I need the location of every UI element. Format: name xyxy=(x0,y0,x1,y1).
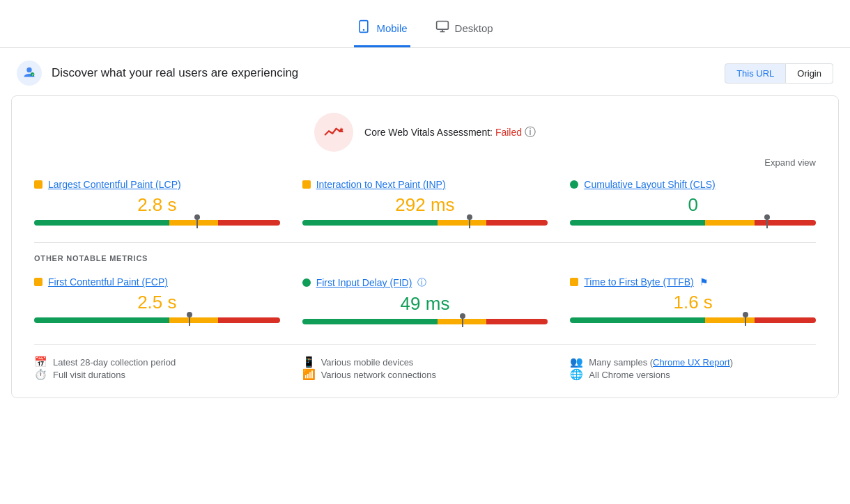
footer-text: Latest 28-day collection period xyxy=(53,357,176,368)
cls-marker xyxy=(766,217,768,228)
fcp-bar xyxy=(34,317,280,323)
lcp-bar xyxy=(34,220,280,226)
this-url-button[interactable]: This URL xyxy=(725,63,786,84)
footer-col-2: 📱Various mobile devices📶Various network … xyxy=(302,356,548,381)
lcp-marker xyxy=(196,217,198,228)
other-metrics-grid: First Contentful Paint (FCP) 2.5 s First… xyxy=(34,276,816,324)
assessment-text: Core Web Vitals Assessment: Failed ⓘ xyxy=(364,125,536,140)
footer-col-1: 📅Latest 28-day collection period⏱️Full v… xyxy=(34,356,280,381)
assessment-title: Core Web Vitals Assessment: xyxy=(364,127,493,138)
footer-icon: 🌐 xyxy=(570,368,583,381)
footer-icon: 👥 xyxy=(570,356,583,368)
footer-item: 📱Various mobile devices xyxy=(302,356,548,368)
fid-bar xyxy=(302,319,548,324)
ttfb-marker xyxy=(745,315,746,326)
fid-marker xyxy=(462,316,463,327)
desktop-icon xyxy=(435,19,449,37)
metric-fcp: First Contentful Paint (FCP) 2.5 s xyxy=(34,276,280,324)
ttfb-value: 1.6 s xyxy=(570,292,816,313)
footer-item: 🌐All Chrome versions xyxy=(570,368,816,381)
footer-icon: 📱 xyxy=(302,356,316,368)
mobile-icon xyxy=(357,19,371,37)
fid-value: 49 ms xyxy=(302,293,548,315)
inp-marker xyxy=(469,217,470,228)
footer-info: 📅Latest 28-day collection period⏱️Full v… xyxy=(34,344,816,381)
footer-text: Many samples (Chrome UX Report) xyxy=(589,357,733,368)
footer-text: All Chrome versions xyxy=(589,370,670,380)
fcp-marker xyxy=(189,315,190,326)
ttfb-dot xyxy=(570,278,578,286)
tab-desktop-label: Desktop xyxy=(455,22,493,34)
fid-name[interactable]: First Input Delay (FID) xyxy=(316,277,412,288)
help-icon[interactable]: ⓘ xyxy=(525,126,536,138)
core-metrics-grid: Largest Contentful Paint (LCP) 2.8 s Int… xyxy=(34,179,816,226)
assessment-header: Core Web Vitals Assessment: Failed ⓘ xyxy=(34,113,816,152)
footer-item: 👥Many samples (Chrome UX Report) xyxy=(570,356,816,368)
lcp-name[interactable]: Largest Contentful Paint (LCP) xyxy=(48,179,181,190)
cls-value: 0 xyxy=(570,194,816,216)
page-title: Discover what your real users are experi… xyxy=(52,66,298,80)
assessment-icon xyxy=(314,113,353,152)
metric-ttfb: Time to First Byte (TTFB) ⚑ 1.6 s xyxy=(570,276,816,324)
tab-desktop[interactable]: Desktop xyxy=(433,11,496,47)
footer-text: Various mobile devices xyxy=(321,357,414,368)
footer-col-3: 👥Many samples (Chrome UX Report)🌐All Chr… xyxy=(570,356,816,381)
footer-text: Various network connections xyxy=(321,370,436,380)
footer-item: ⏱️Full visit durations xyxy=(34,368,280,381)
footer-icon: ⏱️ xyxy=(34,368,47,381)
ttfb-bar xyxy=(570,317,816,323)
svg-rect-2 xyxy=(436,22,448,30)
assessment-status: Failed xyxy=(495,127,522,138)
metric-lcp: Largest Contentful Paint (LCP) 2.8 s xyxy=(34,179,280,226)
inp-name[interactable]: Interaction to Next Paint (INP) xyxy=(316,179,446,190)
lcp-value: 2.8 s xyxy=(34,194,280,216)
avatar: ✓ xyxy=(17,61,42,86)
svg-point-5 xyxy=(26,68,31,72)
main-card: Core Web Vitals Assessment: Failed ⓘ Exp… xyxy=(11,95,839,398)
cls-name[interactable]: Cumulative Layout Shift (CLS) xyxy=(584,179,715,190)
other-metrics-label: OTHER NOTABLE METRICS xyxy=(34,254,816,262)
tab-mobile[interactable]: Mobile xyxy=(354,11,410,47)
tab-mobile-label: Mobile xyxy=(376,22,407,34)
svg-text:✓: ✓ xyxy=(31,73,34,77)
metric-inp: Interaction to Next Paint (INP) 292 ms xyxy=(302,179,548,226)
footer-icon: 📅 xyxy=(34,356,47,368)
tab-bar: Mobile Desktop xyxy=(0,0,850,48)
fcp-name[interactable]: First Contentful Paint (FCP) xyxy=(48,276,168,288)
header-row: ✓ Discover what your real users are expe… xyxy=(0,48,850,95)
ttfb-name[interactable]: Time to First Byte (TTFB) xyxy=(584,276,693,288)
url-toggle: This URL Origin xyxy=(725,63,833,84)
expand-view[interactable]: Expand view xyxy=(34,157,816,168)
metric-fid: First Input Delay (FID) ⓘ 49 ms xyxy=(302,276,548,324)
header-left: ✓ Discover what your real users are expe… xyxy=(17,61,298,86)
inp-value: 292 ms xyxy=(302,194,548,216)
chrome-ux-report-link[interactable]: Chrome UX Report xyxy=(653,357,730,368)
metric-cls: Cumulative Layout Shift (CLS) 0 xyxy=(570,179,816,226)
footer-item: 📶Various network connections xyxy=(302,368,548,381)
flag-icon: ⚑ xyxy=(700,276,709,288)
fcp-dot xyxy=(34,278,42,286)
lcp-dot xyxy=(34,180,42,189)
footer-item: 📅Latest 28-day collection period xyxy=(34,356,280,368)
inp-bar xyxy=(302,220,548,226)
fid-dot xyxy=(302,278,311,287)
origin-button[interactable]: Origin xyxy=(786,63,833,84)
footer-icon: 📶 xyxy=(302,368,316,381)
info-icon[interactable]: ⓘ xyxy=(417,276,426,289)
cls-dot xyxy=(570,180,578,189)
section-divider xyxy=(34,242,816,243)
inp-dot xyxy=(302,180,311,189)
footer-text: Full visit durations xyxy=(53,370,125,380)
cls-bar xyxy=(570,220,816,226)
fcp-value: 2.5 s xyxy=(34,292,280,313)
